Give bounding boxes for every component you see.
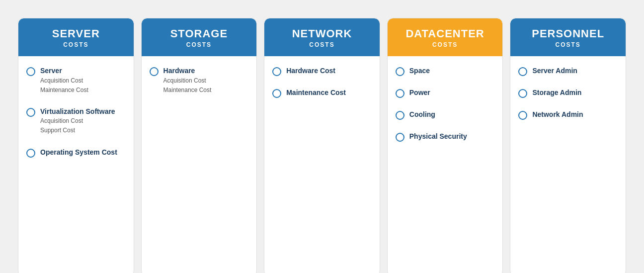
server-item-0-title: Server — [40, 66, 88, 75]
datacenter-item-1-title: Power — [409, 88, 430, 97]
personnel-item-2-content: Network Admin — [532, 110, 583, 119]
personnel-body: Server AdminStorage AdminNetwork Admin — [510, 56, 626, 273]
datacenter-item-0: Space — [396, 66, 495, 76]
network-body: Hardware CostMaintenance Cost — [264, 56, 380, 273]
server-item-2-content: Operating System Cost — [40, 148, 117, 157]
main-container: SERVERCOSTSServerAcquisition CostMainten… — [10, 10, 634, 273]
datacenter-item-3: Physical Security — [396, 132, 495, 142]
personnel-sub-title: COSTS — [517, 41, 619, 48]
server-item-0-content: ServerAcquisition CostMaintenance Cost — [40, 66, 88, 95]
personnel-item-0-circle-icon — [518, 67, 527, 76]
network-item-1-title: Maintenance Cost — [286, 88, 346, 97]
network-item-0: Hardware Cost — [272, 66, 372, 76]
datacenter-body: SpacePowerCoolingPhysical Security — [388, 56, 503, 273]
personnel-main-title: PERSONNEL — [517, 27, 619, 40]
personnel-item-0-content: Server Admin — [532, 66, 577, 75]
server-item-2-circle-icon — [26, 149, 35, 158]
server-item-2: Operating System Cost — [26, 148, 126, 158]
server-item-0-subs: Acquisition CostMaintenance Cost — [40, 76, 88, 95]
storage-item-0-subs: Acquisition CostMaintenance Cost — [163, 76, 212, 95]
card-network: NETWORKCOSTSHardware CostMaintenance Cos… — [264, 18, 380, 273]
card-storage: STORAGECOSTSHardwareAcquisition CostMain… — [141, 18, 257, 273]
personnel-item-0: Server Admin — [518, 66, 618, 76]
card-datacenter: DATACENTERCOSTSSpacePowerCoolingPhysical… — [387, 18, 503, 273]
storage-item-0-title: Hardware — [163, 66, 212, 75]
network-item-0-title: Hardware Cost — [286, 66, 335, 75]
datacenter-header: DATACENTERCOSTS — [388, 18, 503, 56]
server-sub-title: COSTS — [25, 41, 127, 48]
datacenter-item-0-title: Space — [409, 66, 430, 75]
datacenter-item-1: Power — [396, 88, 495, 98]
server-item-1-subs: Acquisition CostSupport Cost — [40, 116, 115, 135]
datacenter-sub-title: COSTS — [395, 41, 496, 48]
datacenter-item-2-circle-icon — [396, 111, 404, 120]
server-item-0: ServerAcquisition CostMaintenance Cost — [26, 66, 126, 95]
network-header: NETWORKCOSTS — [264, 18, 380, 56]
storage-main-title: STORAGE — [149, 27, 250, 40]
card-personnel: PERSONNELCOSTSServer AdminStorage AdminN… — [510, 18, 626, 273]
server-header: SERVERCOSTS — [18, 18, 134, 56]
network-item-0-content: Hardware Cost — [286, 66, 335, 75]
network-item-1-circle-icon — [272, 89, 281, 98]
personnel-item-0-title: Server Admin — [532, 66, 577, 75]
datacenter-item-3-title: Physical Security — [409, 132, 467, 141]
datacenter-main-title: DATACENTER — [395, 27, 496, 40]
storage-item-0-circle-icon — [150, 67, 159, 76]
storage-item-0: HardwareAcquisition CostMaintenance Cost — [150, 66, 249, 95]
storage-sub-title: COSTS — [149, 41, 250, 48]
datacenter-item-1-circle-icon — [396, 89, 404, 98]
network-item-1-content: Maintenance Cost — [286, 88, 346, 97]
server-item-1-circle-icon — [26, 108, 35, 117]
datacenter-item-2-content: Cooling — [409, 110, 435, 119]
personnel-header: PERSONNELCOSTS — [510, 18, 626, 56]
datacenter-item-1-content: Power — [409, 88, 430, 97]
datacenter-item-3-circle-icon — [396, 133, 404, 142]
network-item-1: Maintenance Cost — [272, 88, 372, 98]
datacenter-item-0-circle-icon — [396, 67, 404, 76]
network-item-0-circle-icon — [272, 67, 281, 76]
server-item-0-circle-icon — [26, 67, 35, 76]
personnel-item-1-content: Storage Admin — [532, 88, 581, 97]
network-sub-title: COSTS — [271, 41, 373, 48]
storage-body: HardwareAcquisition CostMaintenance Cost — [142, 56, 257, 273]
card-server: SERVERCOSTSServerAcquisition CostMainten… — [18, 18, 134, 273]
server-item-1-content: Virtualization SoftwareAcquisition CostS… — [40, 107, 115, 136]
personnel-item-2: Network Admin — [518, 110, 618, 120]
server-body: ServerAcquisition CostMaintenance CostVi… — [18, 56, 134, 273]
server-main-title: SERVER — [25, 27, 127, 40]
datacenter-item-0-content: Space — [409, 66, 430, 75]
storage-item-0-content: HardwareAcquisition CostMaintenance Cost — [163, 66, 212, 95]
datacenter-item-2-title: Cooling — [409, 110, 435, 119]
network-main-title: NETWORK — [271, 27, 373, 40]
personnel-item-1-circle-icon — [518, 89, 527, 98]
personnel-item-1-title: Storage Admin — [532, 88, 581, 97]
personnel-item-2-circle-icon — [518, 111, 527, 120]
datacenter-item-2: Cooling — [396, 110, 495, 120]
personnel-item-1: Storage Admin — [518, 88, 618, 98]
server-item-1: Virtualization SoftwareAcquisition CostS… — [26, 107, 126, 136]
storage-header: STORAGECOSTS — [142, 18, 257, 56]
server-item-2-title: Operating System Cost — [40, 148, 117, 157]
personnel-item-2-title: Network Admin — [532, 110, 583, 119]
server-item-1-title: Virtualization Software — [40, 107, 115, 116]
datacenter-item-3-content: Physical Security — [409, 132, 467, 141]
